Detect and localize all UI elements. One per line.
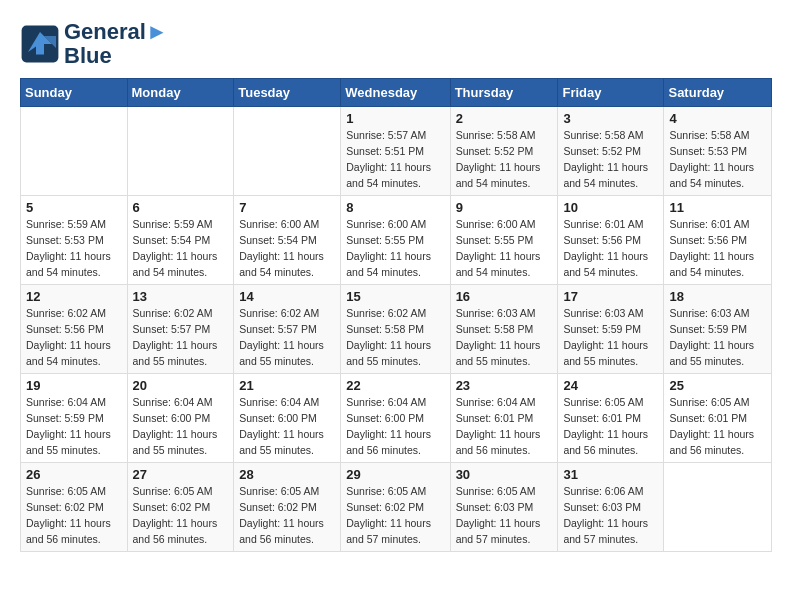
calendar-cell: 15Sunrise: 6:02 AMSunset: 5:58 PMDayligh… xyxy=(341,285,450,374)
day-info: Sunrise: 6:03 AMSunset: 5:58 PMDaylight:… xyxy=(456,306,553,369)
day-info: Sunrise: 6:02 AMSunset: 5:57 PMDaylight:… xyxy=(133,306,229,369)
day-info: Sunrise: 6:05 AMSunset: 6:02 PMDaylight:… xyxy=(133,484,229,547)
logo: General► Blue xyxy=(20,20,168,68)
calendar-cell: 13Sunrise: 6:02 AMSunset: 5:57 PMDayligh… xyxy=(127,285,234,374)
calendar-cell: 14Sunrise: 6:02 AMSunset: 5:57 PMDayligh… xyxy=(234,285,341,374)
day-info: Sunrise: 6:02 AMSunset: 5:58 PMDaylight:… xyxy=(346,306,444,369)
calendar-table: SundayMondayTuesdayWednesdayThursdayFrid… xyxy=(20,78,772,552)
day-number: 14 xyxy=(239,289,335,304)
day-number: 5 xyxy=(26,200,122,215)
day-number: 23 xyxy=(456,378,553,393)
calendar-cell: 27Sunrise: 6:05 AMSunset: 6:02 PMDayligh… xyxy=(127,463,234,552)
day-info: Sunrise: 6:05 AMSunset: 6:03 PMDaylight:… xyxy=(456,484,553,547)
day-info: Sunrise: 6:06 AMSunset: 6:03 PMDaylight:… xyxy=(563,484,658,547)
calendar-cell: 22Sunrise: 6:04 AMSunset: 6:00 PMDayligh… xyxy=(341,374,450,463)
day-info: Sunrise: 6:02 AMSunset: 5:57 PMDaylight:… xyxy=(239,306,335,369)
day-number: 16 xyxy=(456,289,553,304)
day-number: 4 xyxy=(669,111,766,126)
day-info: Sunrise: 5:58 AMSunset: 5:52 PMDaylight:… xyxy=(456,128,553,191)
calendar-cell: 11Sunrise: 6:01 AMSunset: 5:56 PMDayligh… xyxy=(664,196,772,285)
calendar-cell: 23Sunrise: 6:04 AMSunset: 6:01 PMDayligh… xyxy=(450,374,558,463)
weekday-header-sunday: Sunday xyxy=(21,79,128,107)
calendar-cell: 28Sunrise: 6:05 AMSunset: 6:02 PMDayligh… xyxy=(234,463,341,552)
day-number: 29 xyxy=(346,467,444,482)
day-info: Sunrise: 5:59 AMSunset: 5:54 PMDaylight:… xyxy=(133,217,229,280)
weekday-header-monday: Monday xyxy=(127,79,234,107)
day-info: Sunrise: 6:00 AMSunset: 5:54 PMDaylight:… xyxy=(239,217,335,280)
day-number: 25 xyxy=(669,378,766,393)
calendar-cell: 9Sunrise: 6:00 AMSunset: 5:55 PMDaylight… xyxy=(450,196,558,285)
day-info: Sunrise: 6:04 AMSunset: 5:59 PMDaylight:… xyxy=(26,395,122,458)
day-info: Sunrise: 6:01 AMSunset: 5:56 PMDaylight:… xyxy=(669,217,766,280)
day-number: 13 xyxy=(133,289,229,304)
day-number: 3 xyxy=(563,111,658,126)
day-number: 15 xyxy=(346,289,444,304)
calendar-cell: 4Sunrise: 5:58 AMSunset: 5:53 PMDaylight… xyxy=(664,107,772,196)
calendar-cell: 24Sunrise: 6:05 AMSunset: 6:01 PMDayligh… xyxy=(558,374,664,463)
calendar-cell: 6Sunrise: 5:59 AMSunset: 5:54 PMDaylight… xyxy=(127,196,234,285)
calendar-week-row: 12Sunrise: 6:02 AMSunset: 5:56 PMDayligh… xyxy=(21,285,772,374)
day-number: 20 xyxy=(133,378,229,393)
calendar-week-row: 5Sunrise: 5:59 AMSunset: 5:53 PMDaylight… xyxy=(21,196,772,285)
calendar-week-row: 1Sunrise: 5:57 AMSunset: 5:51 PMDaylight… xyxy=(21,107,772,196)
calendar-cell xyxy=(21,107,128,196)
calendar-cell: 10Sunrise: 6:01 AMSunset: 5:56 PMDayligh… xyxy=(558,196,664,285)
calendar-cell: 31Sunrise: 6:06 AMSunset: 6:03 PMDayligh… xyxy=(558,463,664,552)
day-info: Sunrise: 6:05 AMSunset: 6:02 PMDaylight:… xyxy=(346,484,444,547)
calendar-cell xyxy=(127,107,234,196)
calendar-cell: 25Sunrise: 6:05 AMSunset: 6:01 PMDayligh… xyxy=(664,374,772,463)
logo-icon xyxy=(20,24,60,64)
calendar-cell: 21Sunrise: 6:04 AMSunset: 6:00 PMDayligh… xyxy=(234,374,341,463)
calendar-cell: 12Sunrise: 6:02 AMSunset: 5:56 PMDayligh… xyxy=(21,285,128,374)
calendar-cell: 3Sunrise: 5:58 AMSunset: 5:52 PMDaylight… xyxy=(558,107,664,196)
day-info: Sunrise: 5:58 AMSunset: 5:53 PMDaylight:… xyxy=(669,128,766,191)
day-number: 6 xyxy=(133,200,229,215)
day-number: 17 xyxy=(563,289,658,304)
day-number: 7 xyxy=(239,200,335,215)
weekday-header-wednesday: Wednesday xyxy=(341,79,450,107)
day-number: 31 xyxy=(563,467,658,482)
weekday-header-friday: Friday xyxy=(558,79,664,107)
day-number: 22 xyxy=(346,378,444,393)
page-header: General► Blue xyxy=(20,20,772,68)
calendar-cell: 26Sunrise: 6:05 AMSunset: 6:02 PMDayligh… xyxy=(21,463,128,552)
weekday-header-tuesday: Tuesday xyxy=(234,79,341,107)
calendar-header-row: SundayMondayTuesdayWednesdayThursdayFrid… xyxy=(21,79,772,107)
day-info: Sunrise: 5:58 AMSunset: 5:52 PMDaylight:… xyxy=(563,128,658,191)
calendar-cell: 20Sunrise: 6:04 AMSunset: 6:00 PMDayligh… xyxy=(127,374,234,463)
calendar-cell xyxy=(664,463,772,552)
day-number: 26 xyxy=(26,467,122,482)
day-number: 1 xyxy=(346,111,444,126)
day-info: Sunrise: 6:03 AMSunset: 5:59 PMDaylight:… xyxy=(563,306,658,369)
calendar-week-row: 19Sunrise: 6:04 AMSunset: 5:59 PMDayligh… xyxy=(21,374,772,463)
calendar-cell: 5Sunrise: 5:59 AMSunset: 5:53 PMDaylight… xyxy=(21,196,128,285)
day-number: 30 xyxy=(456,467,553,482)
calendar-cell: 30Sunrise: 6:05 AMSunset: 6:03 PMDayligh… xyxy=(450,463,558,552)
day-number: 19 xyxy=(26,378,122,393)
day-info: Sunrise: 6:00 AMSunset: 5:55 PMDaylight:… xyxy=(346,217,444,280)
day-info: Sunrise: 6:04 AMSunset: 6:01 PMDaylight:… xyxy=(456,395,553,458)
day-info: Sunrise: 6:01 AMSunset: 5:56 PMDaylight:… xyxy=(563,217,658,280)
day-info: Sunrise: 6:05 AMSunset: 6:01 PMDaylight:… xyxy=(563,395,658,458)
calendar-cell: 29Sunrise: 6:05 AMSunset: 6:02 PMDayligh… xyxy=(341,463,450,552)
day-number: 27 xyxy=(133,467,229,482)
day-info: Sunrise: 6:05 AMSunset: 6:02 PMDaylight:… xyxy=(239,484,335,547)
day-number: 10 xyxy=(563,200,658,215)
day-info: Sunrise: 6:04 AMSunset: 6:00 PMDaylight:… xyxy=(239,395,335,458)
day-number: 24 xyxy=(563,378,658,393)
day-number: 18 xyxy=(669,289,766,304)
calendar-cell: 1Sunrise: 5:57 AMSunset: 5:51 PMDaylight… xyxy=(341,107,450,196)
weekday-header-thursday: Thursday xyxy=(450,79,558,107)
calendar-cell: 16Sunrise: 6:03 AMSunset: 5:58 PMDayligh… xyxy=(450,285,558,374)
calendar-cell: 19Sunrise: 6:04 AMSunset: 5:59 PMDayligh… xyxy=(21,374,128,463)
day-info: Sunrise: 6:03 AMSunset: 5:59 PMDaylight:… xyxy=(669,306,766,369)
calendar-cell: 2Sunrise: 5:58 AMSunset: 5:52 PMDaylight… xyxy=(450,107,558,196)
weekday-header-saturday: Saturday xyxy=(664,79,772,107)
calendar-cell: 8Sunrise: 6:00 AMSunset: 5:55 PMDaylight… xyxy=(341,196,450,285)
day-number: 8 xyxy=(346,200,444,215)
calendar-cell: 18Sunrise: 6:03 AMSunset: 5:59 PMDayligh… xyxy=(664,285,772,374)
day-info: Sunrise: 6:02 AMSunset: 5:56 PMDaylight:… xyxy=(26,306,122,369)
day-number: 28 xyxy=(239,467,335,482)
day-info: Sunrise: 6:00 AMSunset: 5:55 PMDaylight:… xyxy=(456,217,553,280)
day-info: Sunrise: 6:04 AMSunset: 6:00 PMDaylight:… xyxy=(346,395,444,458)
